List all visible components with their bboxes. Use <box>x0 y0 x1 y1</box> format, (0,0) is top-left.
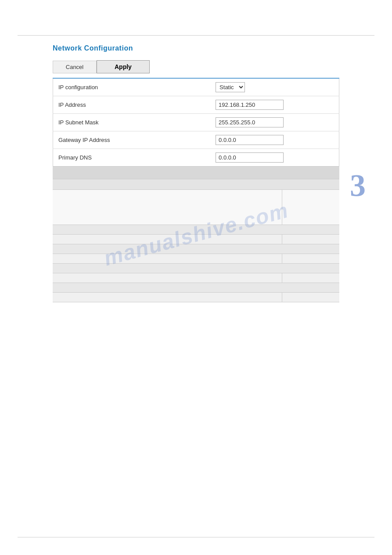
blurred-full-row-5 <box>53 263 339 273</box>
apply-button[interactable]: Apply <box>97 60 150 73</box>
blurred-header-row <box>53 167 339 179</box>
blurred-right-2 <box>282 234 339 244</box>
subnet-mask-value <box>210 114 339 131</box>
blurred-right-4 <box>282 254 339 263</box>
blurred-tall-row <box>53 189 339 225</box>
ip-config-select[interactable]: Static DHCP <box>216 82 245 92</box>
primary-dns-value <box>210 149 339 167</box>
blurred-row-4 <box>53 254 339 263</box>
blurred-row-2 <box>53 234 339 244</box>
blurred-subheader-cell <box>53 179 339 189</box>
blurred-left-4 <box>53 254 282 263</box>
network-config-form: IP configuration Static DHCP IP Address … <box>53 79 339 167</box>
blurred-row-8 <box>53 292 339 302</box>
blurred-full-row-1 <box>53 225 339 234</box>
ip-address-label: IP Address <box>53 96 211 114</box>
bottom-rule <box>18 537 374 537</box>
blurred-tall-right <box>282 189 339 225</box>
top-rule <box>18 35 374 36</box>
gateway-value <box>210 131 339 149</box>
main-content: Network Configuration Cancel Apply IP co… <box>53 44 339 302</box>
blurred-table <box>53 167 339 302</box>
ip-config-label: IP configuration <box>53 79 211 96</box>
blurred-right-8 <box>282 292 339 302</box>
subnet-mask-label: IP Subnet Mask <box>53 114 211 131</box>
blurred-full-cell-3 <box>53 244 339 254</box>
gateway-row: Gateway IP Address <box>53 131 339 149</box>
cancel-button[interactable]: Cancel <box>53 61 97 73</box>
chapter-number: 3 <box>350 167 366 204</box>
blurred-right-6 <box>282 273 339 283</box>
blurred-left-6 <box>53 273 282 283</box>
blurred-row-6 <box>53 273 339 283</box>
blurred-full-cell-1 <box>53 225 339 234</box>
button-bar: Cancel Apply <box>53 60 339 79</box>
blurred-full-cell-5 <box>53 263 339 273</box>
ip-config-value: Static DHCP <box>210 79 339 96</box>
blurred-tall-left <box>53 189 282 225</box>
primary-dns-row: Primary DNS <box>53 149 339 167</box>
blurred-header-cell <box>53 167 339 179</box>
blurred-subheader-row <box>53 179 339 189</box>
subnet-mask-row: IP Subnet Mask <box>53 114 339 131</box>
blurred-full-row-3 <box>53 244 339 254</box>
blurred-section: manualshive.com <box>53 167 339 302</box>
ip-address-input[interactable] <box>216 100 284 110</box>
ip-address-value <box>210 96 339 114</box>
primary-dns-input[interactable] <box>216 152 284 163</box>
gateway-label: Gateway IP Address <box>53 131 211 149</box>
primary-dns-label: Primary DNS <box>53 149 211 167</box>
blurred-full-row-7 <box>53 283 339 292</box>
subnet-mask-input[interactable] <box>216 117 284 127</box>
blurred-full-cell-7 <box>53 283 339 292</box>
gateway-input[interactable] <box>216 135 284 145</box>
ip-config-row: IP configuration Static DHCP <box>53 79 339 96</box>
ip-address-row: IP Address <box>53 96 339 114</box>
blurred-left-8 <box>53 292 282 302</box>
blurred-left-2 <box>53 234 282 244</box>
page-title: Network Configuration <box>53 44 339 52</box>
